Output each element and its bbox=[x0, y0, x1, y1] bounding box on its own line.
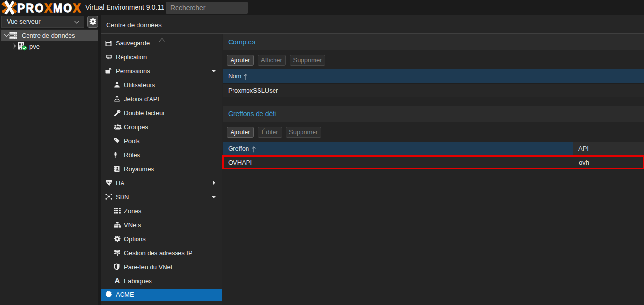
svg-text:A: A bbox=[115, 277, 120, 284]
